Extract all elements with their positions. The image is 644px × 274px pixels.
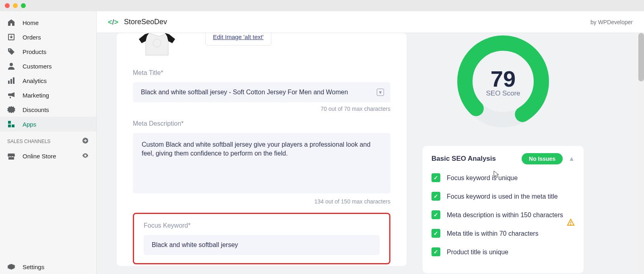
check-text: Product title is unique: [447, 247, 508, 257]
check-text: Focus keyword is unique: [447, 173, 518, 183]
checkmark-icon: ✓: [431, 229, 440, 238]
sidebar-item-settings[interactable]: Settings: [0, 259, 96, 274]
svg-rect-2: [8, 81, 10, 84]
check-text: Meta description is within 150 character…: [447, 210, 563, 220]
meta-description-count: 134 out of 150 max characters: [133, 198, 390, 205]
sidebar-item-label: Orders: [23, 34, 41, 41]
chevron-up-icon[interactable]: ▲: [568, 155, 575, 162]
meta-description-label: Meta Description*: [133, 120, 390, 127]
check-item: ✓Focus keyword is used in the meta title: [431, 192, 575, 201]
check-item: ✓Meta title is within 70 characters: [431, 229, 575, 239]
sidebar-item-products[interactable]: Products: [0, 44, 96, 59]
product-image: [133, 33, 185, 57]
seo-score-ring: 79 SEO Score: [455, 33, 551, 130]
sidebar: Home Orders Products Customers Analytics: [0, 11, 97, 274]
seo-analysis-card: Basic SEO Analysis No Issues ▲ ✓Focus ke…: [423, 146, 584, 273]
app-header: </> StoreSeoDev by WPDeveloper: [97, 11, 644, 33]
window-close-button[interactable]: [5, 3, 10, 8]
meta-title-group: Meta Title* ▼ 70 out of 70 max character…: [133, 69, 390, 112]
gear-icon: [7, 263, 15, 271]
sidebar-item-label: Customers: [23, 63, 52, 70]
meta-title-count: 70 out of 70 max characters: [133, 106, 390, 112]
jersey-icon: [137, 33, 181, 57]
window-titlebar: [0, 0, 644, 11]
focus-keyword-label: Focus Keyword*: [144, 222, 380, 229]
svg-rect-3: [10, 79, 12, 84]
sidebar-item-label: Products: [23, 48, 46, 55]
svg-point-13: [571, 224, 571, 224]
apps-icon: [7, 120, 15, 128]
checkmark-icon: ✓: [431, 173, 440, 182]
sidebar-item-home[interactable]: Home: [0, 15, 96, 30]
analysis-header[interactable]: Basic SEO Analysis No Issues ▲: [431, 153, 575, 164]
checkmark-icon: ✓: [431, 247, 440, 256]
megaphone-icon: [7, 91, 15, 99]
checkmark-icon: ✓: [431, 192, 440, 201]
autofill-icon[interactable]: ▼: [377, 89, 384, 96]
sidebar-item-analytics[interactable]: Analytics: [0, 73, 96, 88]
seo-score-panel: 79 SEO Score Basic SEO Analysis No Issue…: [423, 33, 584, 266]
svg-rect-6: [12, 125, 14, 127]
sidebar-item-marketing[interactable]: Marketing: [0, 88, 96, 102]
discount-icon: [7, 106, 15, 114]
sales-channels-header: SALES CHANNELS: [0, 131, 96, 149]
check-text: Focus keyword is used in the meta title: [447, 192, 558, 201]
sidebar-item-orders[interactable]: Orders: [0, 30, 96, 44]
sidebar-item-label: Home: [23, 19, 39, 26]
sidebar-item-label: Discounts: [23, 106, 49, 113]
sidebar-item-label: Apps: [23, 121, 36, 128]
sidebar-item-label: Marketing: [23, 92, 49, 99]
tag-icon: [7, 48, 15, 56]
svg-rect-4: [13, 77, 14, 84]
focus-keyword-highlight: Focus Keyword*: [133, 213, 390, 264]
check-item: ✓Product title is unique: [431, 247, 575, 257]
seo-score-value: 79: [486, 66, 520, 92]
sidebar-item-customers[interactable]: Customers: [0, 59, 96, 73]
warning-icon: [567, 218, 575, 228]
meta-description-group: Meta Description* 134 out of 150 max cha…: [133, 120, 390, 205]
view-store-icon[interactable]: [82, 152, 89, 160]
checkmark-icon: ✓: [431, 210, 440, 219]
window-maximize-button[interactable]: [21, 3, 26, 8]
check-item: ✓Meta description is within 150 characte…: [431, 210, 575, 220]
app-brand: </> StoreSeoDev: [108, 18, 167, 27]
seo-form-panel: Edit Image 'alt text' Meta Title* ▼ 70 o…: [117, 33, 407, 266]
home-icon: [7, 19, 15, 27]
svg-rect-7: [8, 125, 11, 127]
content-area: </> StoreSeoDev by WPDeveloper Edi: [97, 11, 644, 274]
section-label: SALES CHANNELS: [7, 139, 50, 144]
svg-rect-5: [8, 121, 11, 124]
scrollbar-track[interactable]: [638, 33, 644, 274]
analysis-title: Basic SEO Analysis: [431, 155, 496, 163]
meta-title-input[interactable]: [133, 82, 390, 102]
app-name: StoreSeoDev: [124, 18, 167, 26]
store-icon: [7, 152, 15, 160]
check-item: ✓Focus keyword is unique: [431, 173, 575, 183]
chart-icon: [7, 77, 15, 85]
by-developer: by WPDeveloper: [590, 19, 633, 25]
add-channel-icon[interactable]: [82, 137, 89, 145]
brand-logo-icon: </>: [108, 18, 118, 27]
sidebar-item-label: Analytics: [23, 77, 47, 84]
sidebar-item-apps[interactable]: Apps: [0, 117, 96, 131]
focus-keyword-input[interactable]: [144, 235, 380, 255]
sidebar-item-discounts[interactable]: Discounts: [0, 102, 96, 117]
seo-score-label: SEO Score: [486, 89, 520, 98]
sidebar-item-label: Settings: [23, 264, 44, 270]
meta-title-label: Meta Title*: [133, 69, 390, 77]
scrollbar-thumb[interactable]: [638, 33, 644, 81]
check-list: ✓Focus keyword is unique✓Focus keyword i…: [431, 173, 575, 257]
orders-icon: [7, 33, 15, 41]
person-icon: [7, 62, 15, 70]
sidebar-item-online-store[interactable]: Online Store: [0, 149, 96, 164]
edit-image-alt-link[interactable]: Edit Image 'alt text': [205, 33, 271, 46]
meta-description-input[interactable]: [133, 133, 390, 193]
no-issues-badge: No Issues: [522, 153, 563, 164]
check-text: Meta title is within 70 characters: [447, 229, 539, 239]
svg-point-1: [10, 63, 13, 66]
window-minimize-button[interactable]: [13, 3, 18, 8]
sidebar-item-label: Online Store: [23, 153, 56, 160]
